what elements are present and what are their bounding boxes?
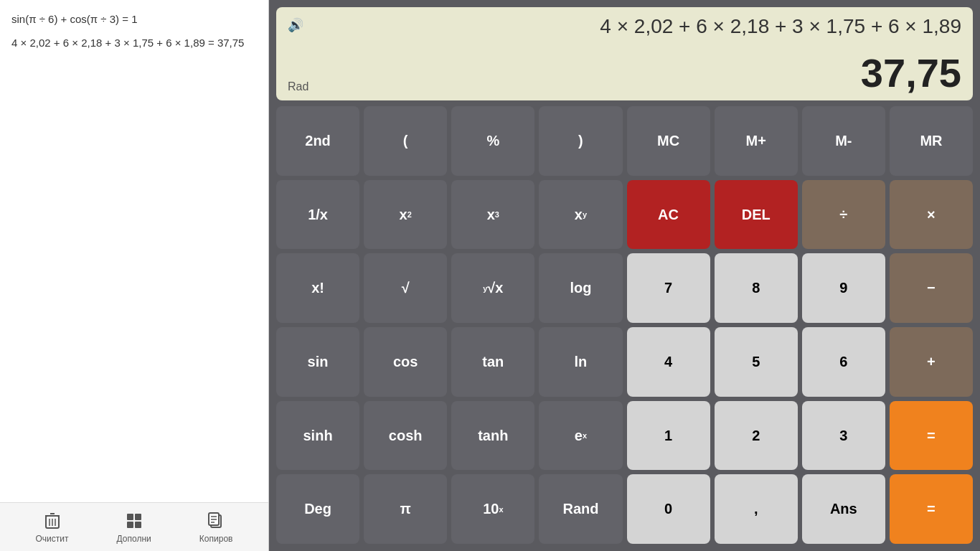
left-bottom-bar: Очистит Дополни (0, 502, 268, 551)
calculator: 🔊 4 × 2,02 + 6 × 2,18 + 3 × 1,75 + 6 × 1… (269, 0, 980, 551)
copy-button[interactable]: Копиров (199, 511, 233, 544)
svg-rect-6 (127, 514, 133, 520)
btn-deg[interactable]: Deg (276, 474, 359, 544)
trash-icon (42, 511, 62, 531)
button-grid: 2nd ( % ) MC M+ M- MR 1/x x2 x3 xy AC DE… (276, 106, 973, 544)
btn-reciprocal[interactable]: 1/x (276, 180, 359, 250)
btn-open-paren[interactable]: ( (364, 106, 447, 176)
btn-6[interactable]: 6 (802, 327, 885, 397)
btn-ans[interactable]: Ans (802, 474, 885, 544)
button-row-1: 2nd ( % ) MC M+ M- MR (276, 106, 973, 176)
btn-2nd[interactable]: 2nd (276, 106, 359, 176)
btn-square[interactable]: x2 (364, 180, 447, 250)
btn-tanh[interactable]: tanh (451, 401, 534, 471)
button-row-6: Deg π 10x Rand 0 , Ans = (276, 474, 973, 544)
btn-percent[interactable]: % (451, 106, 534, 176)
btn-comma[interactable]: , (715, 474, 798, 544)
btn-5[interactable]: 5 (715, 327, 798, 397)
btn-9[interactable]: 9 (802, 253, 885, 323)
btn-close-paren[interactable]: ) (539, 106, 622, 176)
copy-icon (206, 511, 226, 531)
btn-7[interactable]: 7 (627, 253, 710, 323)
history-area: sin(π ÷ 6) + cos(π ÷ 3) = 1 4 × 2,02 + 6… (0, 0, 268, 502)
btn-pi[interactable]: π (364, 474, 447, 544)
history-entry: 4 × 2,02 + 6 × 2,18 + 3 × 1,75 + 6 × 1,8… (11, 35, 257, 50)
btn-del[interactable]: DEL (715, 180, 798, 250)
btn-multiply[interactable]: × (890, 180, 973, 250)
display-bottom-row: Rad 37,75 (288, 53, 961, 93)
button-row-5: sinh cosh tanh ex 1 2 3 = (276, 401, 973, 471)
btn-sqrt[interactable]: √ (364, 253, 447, 323)
expression-display: 4 × 2,02 + 6 × 2,18 + 3 × 1,75 + 6 × 1,8… (309, 14, 961, 39)
btn-equals-tall[interactable]: = (890, 401, 973, 471)
btn-factorial[interactable]: x! (276, 253, 359, 323)
btn-subtract[interactable]: − (890, 253, 973, 323)
btn-cos[interactable]: cos (364, 327, 447, 397)
btn-8[interactable]: 8 (715, 253, 798, 323)
svg-rect-8 (127, 522, 133, 528)
button-row-3: x! √ y√x log 7 8 9 − (276, 253, 973, 323)
btn-cube[interactable]: x3 (451, 180, 534, 250)
btn-1[interactable]: 1 (627, 401, 710, 471)
grid-icon (124, 511, 144, 531)
btn-mr[interactable]: MR (890, 106, 973, 176)
btn-cosh[interactable]: cosh (364, 401, 447, 471)
btn-ac[interactable]: AC (627, 180, 710, 250)
btn-2[interactable]: 2 (715, 401, 798, 471)
btn-log[interactable]: log (539, 253, 622, 323)
btn-equals[interactable]: = (890, 474, 973, 544)
copy-label: Копиров (199, 534, 233, 544)
btn-mc[interactable]: MC (627, 106, 710, 176)
display-top-row: 🔊 4 × 2,02 + 6 × 2,18 + 3 × 1,75 + 6 × 1… (288, 14, 961, 39)
result-display: 37,75 (861, 53, 961, 93)
btn-mplus[interactable]: M+ (715, 106, 798, 176)
btn-10x[interactable]: 10x (451, 474, 534, 544)
svg-rect-9 (135, 522, 141, 528)
clear-label: Очистит (36, 534, 69, 544)
sound-icon[interactable]: 🔊 (288, 17, 303, 33)
btn-4[interactable]: 4 (627, 327, 710, 397)
btn-tan[interactable]: tan (451, 327, 534, 397)
angle-mode-label: Rad (288, 80, 308, 93)
extras-button[interactable]: Дополни (117, 511, 151, 544)
btn-yroot[interactable]: y√x (451, 253, 534, 323)
extras-label: Дополни (117, 534, 151, 544)
btn-sin[interactable]: sin (276, 327, 359, 397)
button-row-4: sin cos tan ln 4 5 6 + (276, 327, 973, 397)
btn-divide[interactable]: ÷ (802, 180, 885, 250)
btn-3[interactable]: 3 (802, 401, 885, 471)
btn-power[interactable]: xy (539, 180, 622, 250)
btn-mminus[interactable]: M- (802, 106, 885, 176)
clear-button[interactable]: Очистит (36, 511, 69, 544)
button-row-2: 1/x x2 x3 xy AC DEL ÷ × (276, 180, 973, 250)
history-entry: sin(π ÷ 6) + cos(π ÷ 3) = 1 (11, 11, 257, 27)
btn-add[interactable]: + (890, 327, 973, 397)
btn-ln[interactable]: ln (539, 327, 622, 397)
svg-rect-7 (135, 514, 141, 520)
calculator-display: 🔊 4 × 2,02 + 6 × 2,18 + 3 × 1,75 + 6 × 1… (276, 7, 973, 100)
btn-0[interactable]: 0 (627, 474, 710, 544)
btn-exp[interactable]: ex (539, 401, 622, 471)
btn-sinh[interactable]: sinh (276, 401, 359, 471)
left-panel: sin(π ÷ 6) + cos(π ÷ 3) = 1 4 × 2,02 + 6… (0, 0, 269, 551)
btn-rand[interactable]: Rand (539, 474, 622, 544)
